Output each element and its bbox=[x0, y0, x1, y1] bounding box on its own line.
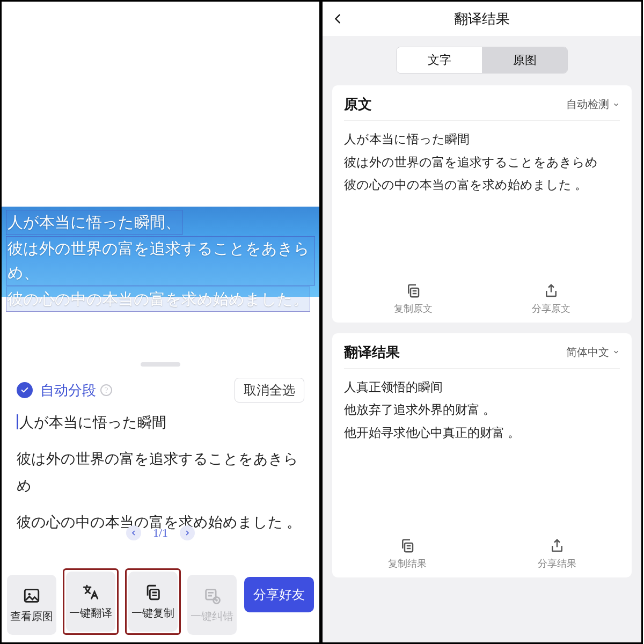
text-caret bbox=[17, 414, 18, 429]
detected-line: 人が本当に悟った瞬間 bbox=[19, 414, 166, 430]
share-result-button[interactable]: 分享结果 bbox=[538, 538, 576, 570]
screen-translation-result: 翻译结果 文字 原图 原文 自动检测 人が本当に悟った瞬間 彼は外の世界の富を追… bbox=[321, 0, 643, 644]
auto-segment-label: 自动分段 bbox=[40, 381, 96, 400]
pager-prev-button[interactable] bbox=[126, 525, 141, 540]
result-heading: 翻译结果 bbox=[344, 343, 400, 362]
copy-result-button[interactable]: 复制结果 bbox=[388, 538, 427, 570]
share-icon bbox=[543, 283, 559, 299]
chevron-down-icon bbox=[612, 348, 620, 356]
auto-segment-checkbox[interactable] bbox=[17, 382, 33, 398]
screen-ocr: 人が本当に悟った瞬間、 彼は外の世界の富を追求することをあきらめ、 彼の心の中の… bbox=[0, 0, 321, 644]
action-label: 分享结果 bbox=[538, 557, 576, 570]
action-label: 复制结果 bbox=[388, 557, 427, 570]
undo-icon bbox=[203, 587, 221, 605]
svg-rect-2 bbox=[150, 589, 159, 599]
page-title: 翻译结果 bbox=[454, 10, 510, 28]
svg-point-1 bbox=[28, 592, 31, 595]
view-mode-toggle: 文字 原图 bbox=[396, 47, 568, 74]
source-heading: 原文 bbox=[344, 95, 372, 114]
source-language-selector[interactable]: 自动检测 bbox=[566, 97, 620, 112]
result-text[interactable]: 人真正领悟的瞬间 他放弃了追求外界的财富 。 他开始寻求他心中真正的财富 。 bbox=[344, 376, 620, 445]
svg-rect-5 bbox=[411, 288, 419, 297]
pager: 1/1 bbox=[2, 522, 319, 544]
ocr-line[interactable]: 彼は外の世界の富を追求することをあきらめ、 bbox=[6, 236, 315, 286]
deselect-all-button[interactable]: 取消全选 bbox=[235, 378, 304, 402]
help-icon[interactable]: ? bbox=[100, 384, 112, 396]
source-card: 原文 自动检测 人が本当に悟った瞬間 彼は外の世界の富を追求することをあきらめ … bbox=[332, 85, 632, 323]
result-card: 翻译结果 简体中文 人真正领悟的瞬间 他放弃了追求外界的财富 。 他开始寻求他心… bbox=[332, 333, 632, 577]
action-label: 分享原文 bbox=[532, 302, 570, 315]
share-source-button[interactable]: 分享原文 bbox=[532, 283, 570, 315]
tab-image[interactable]: 原图 bbox=[482, 47, 567, 73]
result-line: 他开始寻求他心中真正的财富 。 bbox=[344, 422, 620, 445]
btn-label: 一键纠错 bbox=[191, 609, 233, 624]
action-label: 复制原文 bbox=[394, 302, 433, 315]
sheet-drag-handle[interactable] bbox=[141, 362, 180, 367]
chevron-down-icon bbox=[612, 101, 620, 108]
result-line: 他放弃了追求外界的财富 。 bbox=[344, 399, 620, 422]
ocr-line[interactable]: 彼の心の中の本当の富を求め始めました。 bbox=[6, 287, 310, 312]
source-line: 彼は外の世界の富を追求することをあきらめ bbox=[344, 151, 620, 174]
view-original-button[interactable]: 查看原图 bbox=[7, 575, 56, 635]
source-line: 彼の心の中の本当の富を求め始めました 。 bbox=[344, 174, 620, 197]
translate-button[interactable]: 一键翻译 bbox=[66, 572, 115, 632]
image-icon bbox=[23, 587, 41, 605]
pager-count: 1/1 bbox=[153, 526, 168, 540]
target-language-selector[interactable]: 简体中文 bbox=[566, 345, 620, 360]
header: 翻译结果 bbox=[323, 2, 641, 36]
pager-next-button[interactable] bbox=[180, 525, 195, 540]
highlight-box: 一键复制 bbox=[125, 568, 181, 635]
ocr-overlay: 人が本当に悟った瞬間、 彼は外の世界の富を追求することをあきらめ、 彼の心の中の… bbox=[2, 207, 319, 297]
tab-text[interactable]: 文字 bbox=[397, 47, 482, 73]
btn-label: 一键翻译 bbox=[69, 606, 112, 620]
copy-source-button[interactable]: 复制原文 bbox=[394, 283, 433, 315]
result-line: 人真正领悟的瞬间 bbox=[344, 376, 620, 399]
bottom-toolbar: 查看原图 一键翻译 一键复制 bbox=[7, 554, 314, 635]
source-text[interactable]: 人が本当に悟った瞬間 彼は外の世界の富を追求することをあきらめ 彼の心の中の本当… bbox=[344, 128, 620, 197]
detected-line: 彼は外の世界の富を追求することをあきらめ bbox=[17, 446, 304, 500]
detected-text-area[interactable]: 人が本当に悟った瞬間 彼は外の世界の富を追求することをあきらめ 彼の心の中の本当… bbox=[17, 409, 304, 536]
translate-icon bbox=[82, 583, 100, 602]
source-line: 人が本当に悟った瞬間 bbox=[344, 128, 620, 151]
copy-button[interactable]: 一键复制 bbox=[128, 572, 178, 632]
highlight-box: 一键翻译 bbox=[63, 568, 119, 635]
share-friends-button[interactable]: 分享好友 bbox=[244, 577, 314, 612]
undo-button[interactable]: 一键纠错 bbox=[187, 575, 237, 635]
btn-label: 查看原图 bbox=[10, 609, 53, 624]
share-icon bbox=[549, 538, 565, 554]
copy-icon bbox=[144, 583, 162, 602]
svg-rect-6 bbox=[405, 543, 413, 552]
ocr-line[interactable]: 人が本当に悟った瞬間、 bbox=[6, 210, 182, 235]
copy-icon bbox=[399, 538, 415, 554]
copy-icon bbox=[405, 283, 421, 299]
back-button[interactable] bbox=[332, 13, 344, 25]
btn-label: 一键复制 bbox=[131, 606, 174, 620]
